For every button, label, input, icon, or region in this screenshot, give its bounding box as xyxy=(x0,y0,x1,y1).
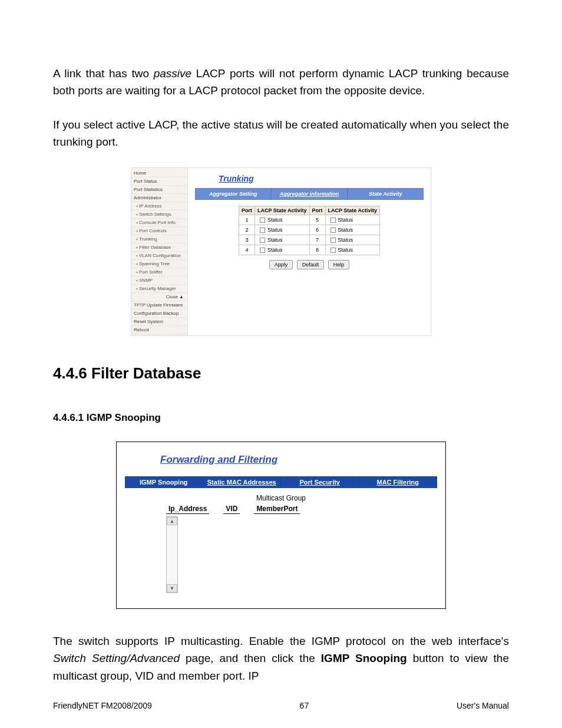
sidebar-close[interactable]: Close ▲ xyxy=(131,293,187,301)
sidebar-item-tftp[interactable]: TFTP Update Firmware xyxy=(131,301,187,309)
sidebar-sub-filter-database[interactable]: Filter Database xyxy=(131,243,187,252)
text: page, and then click the xyxy=(180,652,321,664)
scroll-down-icon[interactable]: ▼ xyxy=(167,584,177,592)
screenshot-trunking: Home Port Status Port Statistics Adminis… xyxy=(131,167,431,336)
th-port: Port xyxy=(239,206,254,215)
th-lacp-state: LACP State Activity xyxy=(254,206,309,215)
cell-port: 2 xyxy=(239,225,254,235)
text-italic: Switch Setting/Advanced xyxy=(53,652,180,664)
cell-status: Status xyxy=(325,235,380,245)
scroll-up-icon[interactable]: ▲ xyxy=(167,517,177,525)
checkbox[interactable] xyxy=(330,248,336,253)
cell-port: 4 xyxy=(239,245,254,255)
footer-left: FriendlyNET FM2008/2009 xyxy=(53,701,152,710)
checkbox[interactable] xyxy=(330,228,336,233)
sidebar-sub-port-controls[interactable]: Port Controls xyxy=(131,227,187,235)
cell-status: Status xyxy=(325,225,380,235)
text: A link that has two xyxy=(53,67,154,80)
tab-port-security[interactable]: Port Security xyxy=(281,476,359,488)
sidebar-sub-security-manager[interactable]: Security Manager xyxy=(131,285,187,293)
heading-filter-database: 4.4.6 Filter Database xyxy=(53,364,509,383)
help-button[interactable]: Help xyxy=(328,260,350,269)
sidebar-sub-switch-settings[interactable]: Switch Settings xyxy=(131,210,187,219)
checkbox[interactable] xyxy=(260,218,265,223)
checkbox[interactable] xyxy=(260,238,265,243)
text-bold: IGMP Snooping xyxy=(321,652,407,664)
content-panel: Trunking Aggregator Setting Aggregator i… xyxy=(188,168,431,335)
table-row: 1 Status 5 Status xyxy=(239,215,379,225)
sidebar-item-port-statistics[interactable]: Port Statistics xyxy=(131,186,187,194)
apply-button[interactable]: Apply xyxy=(269,260,293,269)
list-area: ▲ ▼ xyxy=(125,516,437,593)
sidebar-sub-snmp[interactable]: SNMP xyxy=(131,276,187,285)
cell-port: 6 xyxy=(309,225,325,235)
cell-port: 8 xyxy=(309,245,325,255)
sidebar-sub-spanning-tree[interactable]: Spanning Tree xyxy=(131,260,187,268)
panel-title-trunking: Trunking xyxy=(195,172,424,188)
checkbox[interactable] xyxy=(260,228,265,233)
sidebar: Home Port Status Port Statistics Adminis… xyxy=(131,168,188,335)
sidebar-sub-vlan-config[interactable]: VLAN Configuration xyxy=(131,252,187,260)
tabbar: Aggregator Setting Aggregator informatio… xyxy=(195,188,424,200)
sidebar-sub-console-port-info[interactable]: Console Port Info xyxy=(131,219,187,227)
cell-status: Status xyxy=(254,215,309,225)
sidebar-item-administrator[interactable]: Administrator xyxy=(131,194,187,202)
sidebar-sub-ip-address[interactable]: IP Address xyxy=(131,202,187,210)
checkbox[interactable] xyxy=(260,248,265,253)
list-blank xyxy=(178,516,437,593)
cell-port: 5 xyxy=(309,215,325,225)
tab-state-activity[interactable]: State Activity xyxy=(348,188,424,200)
table-row: 3 Status 7 Status xyxy=(239,235,379,245)
sidebar-item-home[interactable]: Home xyxy=(131,169,187,177)
cell-status: Status xyxy=(325,245,380,255)
tabbar-filtering: IGMP Snooping Static MAC Addresses Port … xyxy=(125,476,437,488)
checkbox[interactable] xyxy=(330,238,336,243)
table-row: 4 Status 8 Status xyxy=(239,245,379,255)
text: The switch supports IP multicasting. Ena… xyxy=(53,635,509,647)
cell-status: Status xyxy=(254,225,309,235)
tab-aggregator-information[interactable]: Aggregator information xyxy=(271,188,347,200)
table-header: Ip_Address VID MemberPort xyxy=(125,505,437,514)
th-port-2: Port xyxy=(309,206,325,215)
th-lacp-state-2: LACP State Activity xyxy=(325,206,380,215)
page-footer: FriendlyNET FM2008/2009 67 User's Manual xyxy=(53,701,509,710)
paragraph-active-lacp: If you select active LACP, the active st… xyxy=(53,116,509,151)
footer-right: User's Manual xyxy=(457,701,509,710)
sidebar-item-reboot[interactable]: Reboot xyxy=(131,326,187,334)
cell-status: Status xyxy=(254,245,309,255)
tab-aggregator-setting[interactable]: Aggregator Setting xyxy=(195,188,271,200)
footer-page-number: 67 xyxy=(300,701,309,710)
panel-title-forwarding: Forwarding and Filtering xyxy=(125,454,437,466)
button-row: Apply Default Help xyxy=(195,260,424,269)
text-italic: passive xyxy=(154,67,191,80)
scrollbar[interactable]: ▲ ▼ xyxy=(166,516,178,593)
sidebar-item-port-status[interactable]: Port Status xyxy=(131,177,187,186)
heading-igmp-snooping: 4.4.6.1 IGMP Snooping xyxy=(53,412,509,424)
th-vid: VID xyxy=(223,505,240,514)
th-memberport: MemberPort xyxy=(254,505,300,514)
default-button[interactable]: Default xyxy=(297,260,325,269)
sidebar-sub-port-sniffer[interactable]: Port Sniffer xyxy=(131,268,187,276)
tab-igmp-snooping[interactable]: IGMP Snooping xyxy=(125,476,203,488)
cell-port: 3 xyxy=(239,235,254,245)
state-activity-table: Port LACP State Activity Port LACP State… xyxy=(239,206,380,256)
cell-port: 7 xyxy=(309,235,325,245)
sidebar-item-reset-system[interactable]: Reset System xyxy=(131,318,187,326)
checkbox[interactable] xyxy=(330,218,336,223)
cell-status: Status xyxy=(254,235,309,245)
paragraph-passive-lacp: A link that has two passive LACP ports w… xyxy=(53,65,509,100)
th-ip-address: Ip_Address xyxy=(166,505,209,514)
cell-port: 1 xyxy=(239,215,254,225)
paragraph-igmp-description: The switch supports IP multicasting. Ena… xyxy=(53,633,509,684)
sidebar-sub-trunking[interactable]: Trunking xyxy=(131,235,187,243)
tab-mac-filtering[interactable]: MAC Filtering xyxy=(359,476,438,488)
table-row: 2 Status 6 Status xyxy=(239,225,379,235)
screenshot-forwarding-filtering: Forwarding and Filtering IGMP Snooping S… xyxy=(116,442,446,609)
tab-static-mac[interactable]: Static MAC Addresses xyxy=(203,476,282,488)
multicast-group-label: Multicast Group xyxy=(125,494,437,502)
sidebar-item-config-backup[interactable]: Configuration Backup xyxy=(131,309,187,318)
cell-status: Status xyxy=(325,215,380,225)
